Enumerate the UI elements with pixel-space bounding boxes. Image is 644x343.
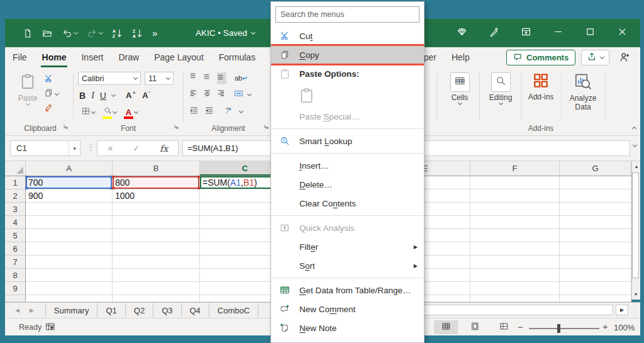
cell-G6[interactable] <box>560 242 631 256</box>
tab-insert[interactable]: Insert <box>74 48 111 67</box>
zoom-slider-thumb[interactable] <box>557 324 560 333</box>
cell-A8[interactable] <box>26 269 113 282</box>
row-header-4[interactable]: 4 <box>5 216 26 229</box>
paste-option-button[interactable] <box>271 83 424 107</box>
addins-button[interactable]: Add-ins <box>523 72 558 101</box>
analyze-data-button[interactable]: AnalyzeData <box>564 72 602 111</box>
enter-button[interactable]: ✓ <box>133 143 140 153</box>
column-header-F[interactable]: F <box>470 161 560 176</box>
cell-B5[interactable] <box>113 229 200 242</box>
cell-B9[interactable] <box>113 282 200 295</box>
editing-button[interactable]: Editing <box>483 72 518 104</box>
row-header-10[interactable] <box>5 295 26 302</box>
copy-button[interactable] <box>44 87 58 101</box>
tab-page-layout[interactable]: Page Layout <box>147 48 211 67</box>
cell-B8[interactable] <box>113 269 200 282</box>
sheet-tab-q2[interactable]: Q2 <box>126 303 153 318</box>
cell-B6[interactable] <box>113 242 200 256</box>
cell-A1[interactable]: 700 <box>26 176 113 189</box>
expand-formula-bar-chevron[interactable] <box>633 143 637 147</box>
align-top-button[interactable] <box>189 72 199 84</box>
redo-button[interactable] <box>87 28 103 38</box>
zoom-out-button[interactable]: − <box>518 322 523 332</box>
format-painter-button[interactable] <box>44 101 58 116</box>
borders-button[interactable] <box>79 106 97 119</box>
normal-view-button[interactable] <box>434 320 458 334</box>
column-header-A[interactable]: A <box>26 161 113 176</box>
cell-F8[interactable] <box>470 269 560 282</box>
decrease-indent-button[interactable] <box>189 106 199 118</box>
cell-G2[interactable] <box>560 189 631 203</box>
cell-B2[interactable]: 1000 <box>113 189 200 203</box>
column-header-B[interactable]: B <box>113 161 200 176</box>
page-layout-view-button[interactable] <box>463 320 487 334</box>
row-header-2[interactable]: 2 <box>5 189 26 203</box>
cell-A9[interactable] <box>26 282 113 295</box>
scroll-right-button[interactable]: ▶ <box>616 305 628 315</box>
underline-options-chevron[interactable] <box>111 92 116 96</box>
cell-B3[interactable] <box>113 203 200 216</box>
select-all-corner[interactable] <box>5 161 26 176</box>
row-header-6[interactable]: 6 <box>5 242 26 256</box>
cell-G5[interactable] <box>560 229 631 242</box>
menu-search-input[interactable] <box>275 6 419 23</box>
sort-az-button[interactable]: AZ <box>112 28 123 38</box>
align-bottom-button[interactable] <box>217 72 226 84</box>
range-handle[interactable] <box>112 176 114 178</box>
zoom-in-button[interactable]: + <box>602 321 608 332</box>
page-break-view-button[interactable] <box>492 320 516 334</box>
cell-B4[interactable] <box>113 216 200 229</box>
cell-F4[interactable] <box>470 216 560 229</box>
cell-A10[interactable] <box>26 295 113 302</box>
column-header-G[interactable]: G <box>560 161 631 176</box>
menu-item-clear-contents[interactable]: Clear Contents <box>271 194 424 213</box>
cell-A7[interactable] <box>26 256 113 269</box>
font-dialog-launcher-icon[interactable] <box>173 121 180 133</box>
maximize-icon[interactable] <box>585 26 596 40</box>
tab-home[interactable]: Home <box>35 48 74 67</box>
cell-G1[interactable] <box>560 176 631 189</box>
sheet-tab-q1[interactable]: Q1 <box>97 303 125 318</box>
close-icon[interactable] <box>617 26 628 40</box>
cell-G4[interactable] <box>560 216 631 229</box>
sheet-tab-summary[interactable]: Summary <box>45 303 98 318</box>
cell-B10[interactable] <box>113 295 200 302</box>
vertical-scrollbar-thumb[interactable] <box>632 172 639 278</box>
menu-item-sort[interactable]: Sort▶ <box>271 256 424 275</box>
sheet-tab-comboc[interactable]: ComboC <box>209 303 258 318</box>
sheet-tab-q4[interactable]: Q4 <box>182 303 209 318</box>
next-sheet-button[interactable]: ▶ <box>30 307 34 313</box>
cell-G8[interactable] <box>560 269 631 282</box>
cell-B7[interactable] <box>113 256 200 269</box>
scroll-down-button[interactable]: ▼ <box>631 289 640 299</box>
bold-button[interactable]: B <box>79 91 86 101</box>
cell-A3[interactable] <box>26 203 113 216</box>
alignment-dialog-launcher-icon[interactable] <box>263 121 270 133</box>
qat-overflow-button[interactable]: » <box>152 28 157 38</box>
row-header-9[interactable]: 9 <box>5 282 26 295</box>
share-button[interactable] <box>581 50 609 65</box>
menu-item-new-note[interactable]: New Note <box>271 318 424 337</box>
horizontal-scrollbar[interactable] <box>421 305 613 315</box>
cell-G3[interactable] <box>560 203 631 216</box>
menu-item-paste-special[interactable]: Paste Special… <box>271 107 424 126</box>
name-box[interactable]: C1 ▾ <box>10 140 80 156</box>
people-icon[interactable] <box>619 52 630 65</box>
menu-item-smart-lookup[interactable]: iSmart Lookup <box>271 132 424 150</box>
italic-button[interactable]: I <box>91 91 94 101</box>
cut-button[interactable] <box>44 72 58 87</box>
merge-center-button[interactable] <box>234 89 243 101</box>
ribbon-display-icon[interactable] <box>521 26 531 40</box>
orientation-button[interactable]: ab <box>225 106 234 118</box>
new-file-button[interactable] <box>23 28 33 38</box>
formula-bar-grip[interactable]: ⋮ <box>87 142 96 152</box>
cell-A5[interactable] <box>26 229 113 242</box>
cell-F6[interactable] <box>470 242 560 256</box>
row-header-8[interactable]: 8 <box>5 269 26 282</box>
cell-A6[interactable] <box>26 242 113 256</box>
zoom-slider-track[interactable] <box>529 328 599 329</box>
insert-function-button[interactable]: fx <box>160 143 168 154</box>
wrap-text-button[interactable]: ab↵ <box>235 74 248 82</box>
cell-A4[interactable] <box>26 216 113 229</box>
cell-F3[interactable] <box>470 203 560 216</box>
